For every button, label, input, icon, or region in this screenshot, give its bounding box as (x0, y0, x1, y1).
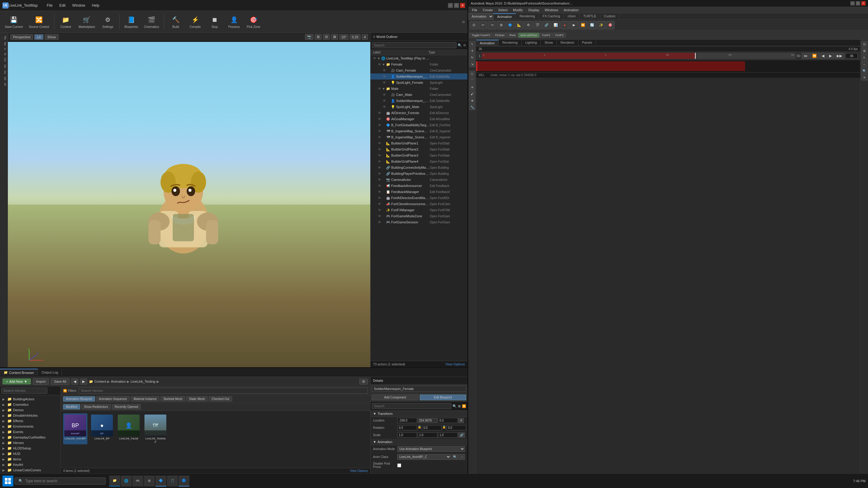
folder-item[interactable]: ▶ 📁 BuildingActors (0, 396, 60, 402)
eye-icon[interactable]: 👁 (383, 105, 387, 109)
menu-help[interactable]: Help (89, 2, 102, 9)
view-tab-shading[interactable]: Rendering (499, 40, 522, 46)
maya-tab-anim[interactable]: Animation (494, 13, 516, 20)
disable-post-checkbox[interactable] (397, 463, 401, 467)
maya-bar-rotate[interactable]: ↻ (469, 54, 475, 60)
eye-icon[interactable]: 👁 (378, 190, 382, 194)
taskbar-app4[interactable]: ⚙ (144, 476, 155, 486)
eye-icon[interactable]: 👁 (378, 148, 382, 151)
asset-item[interactable]: BP AnimBP LiveLink_AnimBP (63, 413, 87, 444)
minimize-btn[interactable]: ─ (448, 3, 453, 8)
outliner-item[interactable]: 👁 🎮 FortGameModeZone Open FortGam (371, 213, 467, 219)
toolbar-stop[interactable]: ⏹ Stop (206, 14, 224, 30)
location-z-input[interactable] (438, 418, 458, 423)
taskbar-chrome[interactable]: 🌐 (121, 476, 132, 486)
eye-icon[interactable]: 👁 (378, 135, 382, 139)
timeline-bar-area[interactable]: 1 1 1 50 50 50 (482, 53, 796, 59)
filter-static-mesh[interactable]: Static Mesh (186, 396, 208, 401)
bc-testing[interactable]: LiveLink_Testing (130, 380, 155, 383)
folder-item[interactable]: ▶ 📁 Heroes (0, 440, 60, 446)
outliner-item[interactable]: 👁 ▼ 🌐 LiveLink_TestMap (Play in EditorWo… (371, 55, 467, 61)
sidebar-btn-ge[interactable]: Ge (1, 69, 7, 75)
toolbar-settings[interactable]: ⚙ Settings (99, 14, 117, 30)
view-tab-panels[interactable]: Panels (579, 40, 596, 46)
grid-btn2[interactable]: ⊟ (323, 34, 330, 40)
folder-item[interactable]: ▶ 📁 Environments (0, 424, 60, 429)
details-search-icon[interactable]: 🔍 (453, 404, 457, 408)
bc-animation[interactable]: Animation (111, 380, 126, 383)
rbar-btn5[interactable]: 🔍 (861, 68, 867, 74)
nav-back-btn[interactable]: ◀ (71, 378, 78, 385)
eye-icon[interactable]: 👁 (378, 184, 382, 188)
maya-menu-animation[interactable]: Animation (561, 8, 581, 12)
anim-class-arrow-btn[interactable]: → (459, 454, 465, 460)
anim-class-select[interactable]: LiveLink_AnimBP_C (397, 454, 451, 460)
outliner-item[interactable]: 👁 📋 FeedbackManager Edit Feedback! (371, 189, 467, 195)
eye-icon[interactable]: 👁 (383, 69, 387, 72)
num-btn[interactable]: 4 (362, 34, 368, 40)
sidebar-btn-all[interactable]: All (1, 82, 7, 87)
shelf-btn-1[interactable]: ⊡ (469, 21, 478, 29)
asset-item[interactable]: 👤 LiveLink_Facial (117, 413, 141, 444)
outliner-item[interactable]: 👁 📣 FortClientAnnouncementMan Open FortC… (371, 201, 467, 207)
anim-class-browse-btn[interactable]: 🔍 (452, 454, 458, 460)
settings-icon-outliner[interactable]: ⚙ (463, 43, 466, 47)
maya-module-select[interactable]: Animation (468, 13, 494, 20)
maya-bar-select[interactable]: ↖ (469, 41, 475, 47)
eye-icon[interactable]: 👁 (378, 142, 382, 145)
maya-toggle4[interactable]: anim.artPhysI (518, 33, 539, 38)
grid-btn3[interactable]: ⊠ (331, 34, 338, 40)
eye-icon[interactable]: 👁 (378, 154, 382, 157)
content-browser-tab[interactable]: 📁 Content Browser (0, 369, 38, 376)
lit-btn[interactable]: Lit (34, 34, 43, 40)
expand-icon[interactable]: ▼ (382, 63, 386, 66)
eye-icon[interactable]: 👁 (378, 160, 382, 163)
scale-link-btn[interactable]: 🔗 (458, 432, 465, 438)
maya-menu-modify[interactable]: Modify (510, 8, 525, 12)
nav-forward-btn[interactable]: ▶ (80, 378, 87, 385)
filter-anim-bp[interactable]: Animation Blueprint (63, 396, 95, 401)
shelf-btn-16[interactable]: 🎯 (606, 21, 615, 29)
rotation-x-input[interactable] (397, 425, 417, 430)
perspective-btn[interactable]: Perspective (10, 34, 33, 40)
toolbar-marketplace[interactable]: 🛒 Marketplace (76, 14, 97, 30)
rbar-btn2[interactable]: ⊞ (861, 48, 867, 54)
search-icon[interactable]: 🔍 (458, 43, 462, 47)
maximize-btn[interactable]: □ (454, 3, 459, 8)
shelf-btn-5[interactable]: 🔷 (506, 21, 515, 29)
filters-label[interactable]: Filters (68, 389, 76, 392)
eye-icon[interactable]: 👁 (378, 63, 382, 66)
scale-x-input[interactable] (397, 432, 417, 438)
shelf-btn-9[interactable]: 🔗 (542, 21, 551, 29)
maya-toggle6[interactable]: FortFS (553, 33, 566, 38)
shelf-btn-15[interactable]: ✨ (597, 21, 606, 29)
taskbar-maya[interactable]: 🔵 (179, 476, 189, 486)
folder-item[interactable]: ▶ 📁 Events (0, 429, 60, 435)
eye-icon[interactable]: 👁 (378, 220, 382, 224)
maya-toggle3[interactable]: Rivet (507, 33, 518, 38)
view-tab-show[interactable]: Show (541, 40, 557, 46)
eye-icon[interactable]: 👁 (378, 196, 382, 200)
toolbar-compile[interactable]: ⚡ Compile (186, 14, 204, 30)
view-tab-view[interactable]: Animation (476, 40, 499, 46)
maya-toggle5[interactable]: FortFS (540, 33, 553, 38)
outliner-item[interactable]: 👁 🎯 AiGoalManager Edit AiGoalMar (371, 116, 467, 122)
shelf-btn-7[interactable]: ⚙ (524, 21, 533, 29)
toolbar-pickzone[interactable]: 🎯 Pick Zone (244, 14, 262, 30)
menu-edit[interactable]: Edit (56, 2, 69, 9)
folder-item[interactable]: ▶ 📁 HLODSetup (0, 446, 60, 451)
scale-z-input[interactable] (438, 432, 458, 438)
folder-item[interactable]: ▶ 📁 Effects (0, 418, 60, 424)
outliner-item[interactable]: 👁 📐 BuilderGridPlane3 Open FortStab (371, 152, 467, 158)
location-x-input[interactable] (397, 418, 417, 423)
taskbar-app6[interactable]: 🎵 (167, 476, 178, 486)
details-search-input[interactable] (372, 403, 451, 409)
menu-file[interactable]: File (44, 2, 56, 9)
maya-min-btn[interactable]: ─ (850, 1, 855, 5)
grid-btn1[interactable]: ⊞ (315, 34, 322, 40)
folder-item[interactable]: ▶ 📁 HUD (0, 451, 60, 456)
view-options-btn[interactable]: View Options (445, 362, 465, 366)
folder-item[interactable]: ▶ 📁 Cosmetics (0, 402, 60, 407)
taskbar-app3[interactable]: 🎮 (132, 476, 143, 486)
maya-tab-turtle[interactable]: TURTLE (580, 13, 600, 20)
